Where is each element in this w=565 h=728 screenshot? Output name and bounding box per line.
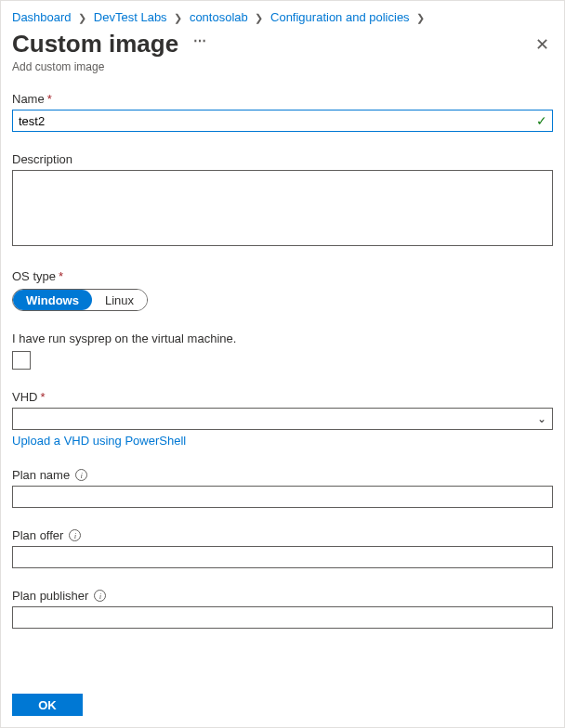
- chevron-down-icon: ⌄: [537, 412, 546, 425]
- os-type-toggle: Windows Linux: [12, 289, 148, 311]
- plan-name-input[interactable]: [12, 486, 553, 508]
- plan-offer-label: Plan offer i: [12, 528, 553, 542]
- breadcrumb: Dashboard ❯ DevTest Labs ❯ contosolab ❯ …: [1, 1, 564, 24]
- page-subtitle: Add custom image: [1, 60, 564, 92]
- breadcrumb-devtestlabs[interactable]: DevTest Labs: [94, 10, 167, 24]
- plan-publisher-label: Plan publisher i: [12, 589, 553, 603]
- sysprep-checkbox[interactable]: [12, 351, 31, 370]
- os-type-label: OS type*: [12, 269, 553, 283]
- close-icon[interactable]: ✕: [532, 34, 553, 55]
- vhd-dropdown[interactable]: ⌄: [12, 408, 553, 430]
- plan-offer-input[interactable]: [12, 546, 553, 568]
- breadcrumb-configuration[interactable]: Configuration and policies: [270, 10, 410, 24]
- page-header: Custom image ⋯ ✕: [1, 24, 564, 60]
- chevron-right-icon: ❯: [255, 12, 263, 23]
- info-icon[interactable]: i: [69, 529, 81, 541]
- chevron-right-icon: ❯: [174, 12, 182, 23]
- more-icon[interactable]: ⋯: [193, 33, 207, 48]
- name-input[interactable]: [12, 110, 553, 132]
- breadcrumb-contosolab[interactable]: contosolab: [190, 10, 248, 24]
- breadcrumb-dashboard[interactable]: Dashboard: [12, 10, 72, 24]
- info-icon[interactable]: i: [94, 590, 106, 602]
- checkmark-icon: ✓: [536, 113, 547, 128]
- plan-name-label: Plan name i: [12, 468, 553, 482]
- os-type-windows[interactable]: Windows: [13, 290, 92, 310]
- upload-vhd-link[interactable]: Upload a VHD using PowerShell: [12, 434, 186, 448]
- chevron-right-icon: ❯: [78, 12, 86, 23]
- info-icon[interactable]: i: [75, 469, 87, 481]
- os-type-linux[interactable]: Linux: [92, 290, 147, 310]
- page-title: Custom image ⋯: [12, 30, 207, 58]
- name-label: Name*: [12, 92, 553, 106]
- description-label: Description: [12, 152, 553, 166]
- chevron-right-icon: ❯: [416, 12, 425, 23]
- sysprep-label: I have run sysprep on the virtual machin…: [12, 332, 553, 345]
- description-input[interactable]: [12, 170, 553, 246]
- plan-publisher-input[interactable]: [12, 606, 553, 629]
- vhd-label: VHD*: [12, 390, 553, 404]
- ok-button[interactable]: OK: [12, 694, 83, 716]
